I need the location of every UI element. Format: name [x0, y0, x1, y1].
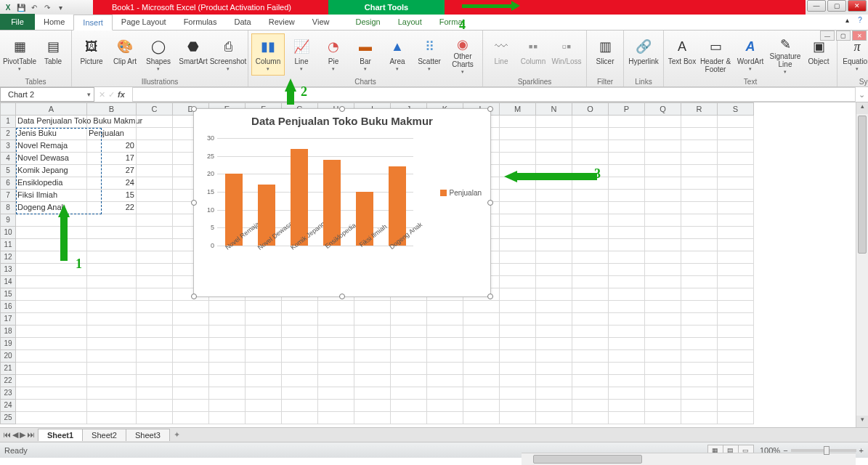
cell-M25[interactable]	[500, 412, 536, 424]
line-chart-button[interactable]: 📈Line▾	[286, 33, 317, 76]
minimize-button[interactable]: —	[807, 0, 826, 12]
cell-N15[interactable]	[536, 288, 572, 301]
close-button[interactable]: ✕	[848, 0, 867, 12]
sheet-tab-1[interactable]: Sheet1	[38, 429, 83, 441]
cell-A20[interactable]	[16, 350, 87, 363]
cell-S16[interactable]	[718, 301, 754, 313]
cell-E17[interactable]	[209, 313, 246, 326]
cell-N16[interactable]	[536, 301, 572, 313]
cell-G21[interactable]	[282, 363, 318, 375]
cell-A13[interactable]	[16, 264, 87, 276]
cell-G22[interactable]	[282, 375, 318, 387]
cell-N1[interactable]	[536, 116, 572, 128]
cell-R18[interactable]	[681, 326, 718, 338]
tab-formulas[interactable]: Formulas	[175, 14, 226, 30]
column-chart-button[interactable]: ▮▮Column▾	[251, 33, 285, 76]
row-header-8[interactable]: 8	[0, 202, 16, 214]
cell-D18[interactable]	[173, 326, 209, 338]
cell-S7[interactable]	[718, 190, 754, 202]
row-header-15[interactable]: 15	[0, 288, 16, 301]
cell-A21[interactable]	[16, 363, 87, 375]
cell-O17[interactable]	[572, 313, 609, 326]
cell-P11[interactable]	[609, 239, 645, 251]
cell-A17[interactable]	[16, 313, 87, 326]
cell-R25[interactable]	[681, 412, 718, 424]
column-header-S[interactable]: S	[718, 102, 754, 116]
cell-E23[interactable]	[209, 387, 246, 400]
cell-Q8[interactable]	[645, 202, 681, 214]
cell-C20[interactable]	[137, 350, 173, 363]
wordart-button[interactable]: AWordArt▾	[734, 33, 767, 76]
cell-N21[interactable]	[536, 363, 572, 375]
cancel-formula-icon[interactable]: ✕	[99, 90, 105, 100]
row-header-23[interactable]: 23	[0, 387, 16, 400]
cell-D22[interactable]	[173, 375, 209, 387]
row-header-3[interactable]: 3	[0, 140, 16, 153]
cell-O14[interactable]	[572, 276, 609, 288]
cell-M3[interactable]	[500, 140, 536, 153]
cell-G17[interactable]	[282, 313, 318, 326]
vertical-scroll-thumb[interactable]	[858, 116, 867, 254]
cell-L24[interactable]	[463, 400, 500, 412]
zoom-in-button[interactable]: +	[859, 446, 864, 455]
cell-P23[interactable]	[609, 387, 645, 400]
cell-P21[interactable]	[609, 363, 645, 375]
cell-B14[interactable]	[87, 276, 137, 288]
cell-I19[interactable]	[354, 338, 391, 350]
column-header-N[interactable]: N	[536, 102, 572, 116]
cell-M14[interactable]	[500, 276, 536, 288]
cell-N25[interactable]	[536, 412, 572, 424]
cell-M5[interactable]	[500, 165, 536, 177]
cell-F21[interactable]	[246, 363, 282, 375]
cell-K19[interactable]	[427, 338, 463, 350]
scatter-chart-button[interactable]: ⠿Scatter▾	[414, 33, 445, 76]
cell-A24[interactable]	[16, 400, 87, 412]
cell-J21[interactable]	[391, 363, 427, 375]
cell-S6[interactable]	[718, 177, 754, 190]
cell-F22[interactable]	[246, 375, 282, 387]
cell-B12[interactable]	[87, 251, 137, 264]
cell-R22[interactable]	[681, 375, 718, 387]
column-header-B[interactable]: B	[87, 102, 137, 116]
cell-P4[interactable]	[609, 153, 645, 165]
cell-C23[interactable]	[137, 387, 173, 400]
cell-P9[interactable]	[609, 214, 645, 227]
cell-O6[interactable]	[572, 177, 609, 190]
tab-data[interactable]: Data	[225, 14, 259, 30]
tab-insert[interactable]: Insert	[73, 15, 113, 31]
cell-B9[interactable]	[87, 214, 137, 227]
formula-input[interactable]	[132, 87, 856, 102]
cell-S9[interactable]	[718, 214, 754, 227]
cell-I24[interactable]	[354, 400, 391, 412]
cell-D20[interactable]	[173, 350, 209, 363]
cell-Q6[interactable]	[645, 177, 681, 190]
cell-R10[interactable]	[681, 227, 718, 239]
cell-C19[interactable]	[137, 338, 173, 350]
cell-B19[interactable]	[87, 338, 137, 350]
row-header-19[interactable]: 19	[0, 338, 16, 350]
cell-C11[interactable]	[137, 239, 173, 251]
cell-O4[interactable]	[572, 153, 609, 165]
cell-S21[interactable]	[718, 363, 754, 375]
sheet-tab-2[interactable]: Sheet2	[82, 429, 126, 441]
cell-M2[interactable]	[500, 128, 536, 140]
zoom-slider[interactable]	[791, 449, 856, 452]
cell-C16[interactable]	[137, 301, 173, 313]
cell-P18[interactable]	[609, 326, 645, 338]
cell-S5[interactable]	[718, 165, 754, 177]
cell-P13[interactable]	[609, 264, 645, 276]
last-sheet-icon[interactable]: ⏭	[27, 430, 35, 440]
cell-R23[interactable]	[681, 387, 718, 400]
cell-A10[interactable]	[16, 227, 87, 239]
cell-N17[interactable]	[536, 313, 572, 326]
cell-R7[interactable]	[681, 190, 718, 202]
cell-B10[interactable]	[87, 227, 137, 239]
cell-Q21[interactable]	[645, 363, 681, 375]
name-box-dropdown-icon[interactable]: ▾	[84, 91, 94, 98]
cell-O25[interactable]	[572, 412, 609, 424]
cell-S3[interactable]	[718, 140, 754, 153]
cell-A16[interactable]	[16, 301, 87, 313]
tab-view[interactable]: View	[304, 14, 338, 30]
cell-S20[interactable]	[718, 350, 754, 363]
cell-E18[interactable]	[209, 326, 246, 338]
